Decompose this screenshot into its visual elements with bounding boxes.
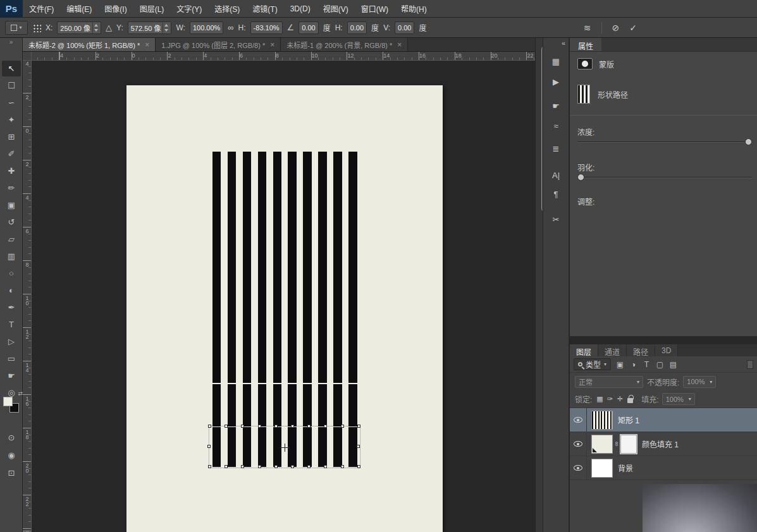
- menu-item[interactable]: 编辑(E): [60, 0, 98, 17]
- layer-comps-panel-icon[interactable]: ≣: [543, 144, 569, 154]
- dodge-tool[interactable]: ◐: [2, 282, 21, 298]
- transform-handle[interactable]: [207, 445, 211, 448]
- clip-panel-icon[interactable]: ✂: [543, 215, 569, 224]
- hand-tool[interactable]: ☛: [2, 368, 21, 384]
- opacity-dropdown[interactable]: 100% ▾: [683, 376, 716, 388]
- menu-item[interactable]: 文字(Y): [170, 0, 208, 17]
- move-tool[interactable]: ↖: [2, 61, 21, 76]
- menu-item[interactable]: 选择(S): [208, 0, 246, 17]
- tab-图层[interactable]: 图层: [570, 344, 598, 356]
- blur-tool[interactable]: ○: [2, 265, 21, 281]
- menu-item[interactable]: 滤镜(T): [246, 0, 283, 17]
- transform-handle[interactable]: [324, 425, 327, 428]
- pan-panel-icon[interactable]: ☛: [543, 101, 569, 111]
- lock-icon-2[interactable]: ✛: [615, 395, 624, 403]
- layer-visibility-toggle[interactable]: [570, 456, 587, 480]
- lock-all-icon[interactable]: [627, 398, 633, 403]
- path-selection-tool[interactable]: ▷: [2, 334, 21, 349]
- filter-toggle-switch[interactable]: [747, 360, 753, 369]
- h-skew-field[interactable]: 0.00: [347, 21, 367, 34]
- grid-panel-icon[interactable]: ▦: [543, 57, 569, 66]
- feather-slider-knob[interactable]: [577, 174, 584, 181]
- quick-selection-tool[interactable]: ✦: [2, 112, 21, 128]
- transform-handle[interactable]: [274, 425, 278, 428]
- transform-handle[interactable]: [291, 465, 294, 468]
- tab-close-button[interactable]: ×: [397, 40, 402, 49]
- tab-3D[interactable]: 3D: [655, 344, 678, 356]
- layer-thumbnail[interactable]: [591, 459, 613, 478]
- menu-item[interactable]: 文件(F): [23, 0, 60, 17]
- actions-panel-icon[interactable]: ▶: [543, 77, 569, 87]
- menu-item[interactable]: 3D(D): [284, 0, 317, 17]
- crop-tool[interactable]: ⊞: [2, 129, 21, 145]
- dock-expand-icon[interactable]: «: [562, 39, 565, 47]
- tab-通道[interactable]: 通道: [598, 344, 627, 356]
- character-panel-icon[interactable]: A|: [543, 171, 569, 180]
- menu-item[interactable]: 帮助(H): [395, 0, 433, 17]
- layer-thumbnail[interactable]: [591, 411, 613, 430]
- lock-icon-0[interactable]: ▦: [595, 395, 604, 403]
- eyedropper-tool[interactable]: ✐: [2, 146, 21, 162]
- vertical-scrollbar[interactable]: [535, 38, 543, 532]
- warp-mode-icon[interactable]: ≋: [584, 23, 591, 33]
- menu-item[interactable]: 视图(V): [317, 0, 355, 17]
- tab-路径[interactable]: 路径: [627, 344, 655, 356]
- link-dimensions-icon[interactable]: ∞: [228, 23, 233, 32]
- tab-close-button[interactable]: ×: [270, 40, 274, 49]
- rotation-field[interactable]: 0.00: [298, 21, 318, 34]
- commit-transform-icon[interactable]: ✓: [629, 23, 637, 33]
- document-tab[interactable]: 1.JPG @ 100% (图层 2, RGB/8) *×: [156, 38, 281, 51]
- filter-kind-icon-4[interactable]: ▤: [667, 359, 679, 370]
- transform-handle[interactable]: [307, 425, 311, 428]
- foreground-color-swatch[interactable]: [3, 397, 13, 406]
- lasso-tool[interactable]: ∽: [2, 95, 21, 111]
- blend-mode-dropdown[interactable]: 正常 ▾: [575, 376, 643, 388]
- quick-mask-icon[interactable]: ⊙: [2, 430, 21, 445]
- clone-stamp-tool[interactable]: ▣: [2, 197, 21, 213]
- density-slider[interactable]: [577, 142, 752, 143]
- menu-item[interactable]: 窗口(W): [355, 0, 395, 17]
- gradient-tool[interactable]: ▥: [2, 248, 21, 264]
- relative-position-icon[interactable]: △: [106, 23, 112, 32]
- x-position-field[interactable]: 250.00 像: [57, 21, 101, 34]
- tool-preset-picker[interactable]: ▾: [5, 21, 28, 35]
- transform-handle[interactable]: [241, 465, 244, 468]
- transform-handle[interactable]: [258, 465, 261, 468]
- transform-center-marker[interactable]: [281, 444, 289, 452]
- density-slider-knob[interactable]: [745, 138, 752, 145]
- menu-item[interactable]: 图像(I): [98, 0, 133, 17]
- pen-tool[interactable]: ✒: [2, 299, 21, 315]
- transform-handle[interactable]: [357, 425, 360, 428]
- transform-handle[interactable]: [208, 425, 211, 428]
- transform-handle[interactable]: [357, 465, 360, 468]
- transform-handle[interactable]: [357, 445, 360, 448]
- paragraph-panel-icon[interactable]: ¶: [543, 190, 569, 199]
- y-position-field[interactable]: 572.50 像: [128, 21, 172, 34]
- history-brush-tool[interactable]: ↺: [2, 214, 21, 230]
- tab-properties[interactable]: 属性: [570, 38, 601, 51]
- transform-handle[interactable]: [225, 465, 228, 468]
- menu-item[interactable]: 图层(L): [133, 0, 171, 17]
- transform-handle[interactable]: [225, 425, 228, 428]
- cancel-transform-icon[interactable]: ⊘: [612, 23, 620, 33]
- transform-handle[interactable]: [258, 425, 261, 428]
- mask-mode-icon[interactable]: ◉: [2, 447, 21, 463]
- spinner-icon[interactable]: [163, 22, 168, 33]
- fill-dropdown[interactable]: 100% ▾: [662, 393, 695, 405]
- layer-visibility-toggle[interactable]: [570, 408, 587, 432]
- filter-kind-icon-2[interactable]: T: [641, 359, 653, 370]
- brush-tool[interactable]: ✏: [2, 180, 21, 196]
- transform-handle[interactable]: [274, 465, 278, 468]
- document-tab[interactable]: 未标题-1 @ 200% (背景, RGB/8) *×: [281, 38, 408, 51]
- marquee-tool[interactable]: ☐: [2, 78, 21, 94]
- feather-slider[interactable]: [577, 177, 752, 178]
- layer-thumbnail[interactable]: [591, 435, 613, 454]
- type-tool[interactable]: T: [2, 317, 21, 332]
- layer-mask-thumbnail[interactable]: [620, 435, 637, 454]
- width-field[interactable]: 100.00%: [190, 21, 223, 34]
- layer-row[interactable]: 矩形 1: [570, 408, 757, 432]
- transform-handle[interactable]: [208, 465, 211, 468]
- filter-kind-icon-0[interactable]: ▣: [614, 359, 626, 370]
- rectangle-tool[interactable]: ▭: [2, 351, 21, 366]
- document-tab[interactable]: 未标题-2 @ 100% (矩形 1, RGB/8) *×: [23, 38, 156, 51]
